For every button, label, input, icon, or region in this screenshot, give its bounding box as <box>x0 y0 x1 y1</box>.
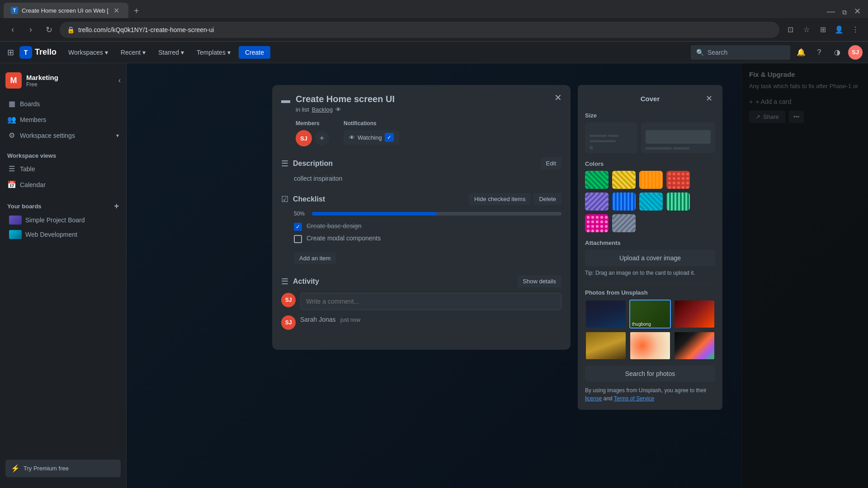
unsplash-photo-5[interactable] <box>674 331 715 360</box>
sidebar-item-settings[interactable]: ⚙ Workspace settings ▾ <box>0 127 126 143</box>
checkbox-1[interactable] <box>294 235 302 243</box>
color-swatch-lime[interactable] <box>666 192 690 211</box>
unsplash-photo-4[interactable] <box>629 331 671 360</box>
upload-cover-button[interactable]: Upload a cover image <box>585 250 715 266</box>
card-list-link[interactable]: Backlog <box>312 106 333 113</box>
checklist-item-0: ✓ Create base design <box>294 221 561 233</box>
progress-bar-fill <box>312 212 437 216</box>
checkbox-0[interactable]: ✓ <box>294 223 302 231</box>
bookmark-icon[interactable]: ☆ <box>799 23 814 37</box>
nav-recent[interactable]: Recent ▾ <box>116 46 150 59</box>
add-board-icon[interactable]: + <box>114 202 119 211</box>
more-button[interactable]: ⋮ <box>848 23 863 37</box>
nav-starred[interactable]: Starred ▾ <box>154 46 189 59</box>
forward-button[interactable]: › <box>24 23 38 37</box>
card-close-button[interactable]: ✕ <box>551 90 565 105</box>
new-tab-button[interactable]: + <box>130 5 143 17</box>
size-option-large[interactable] <box>641 122 715 153</box>
sidebar-item-members[interactable]: 👥 Members + <box>0 112 126 127</box>
sidebar-item-boards[interactable]: ▦ Boards <box>0 96 126 112</box>
workspace-avatar: M <box>5 72 22 89</box>
color-swatch-pink[interactable] <box>585 214 609 232</box>
create-button[interactable]: Create <box>239 46 270 59</box>
members-icon: 👥 <box>7 115 16 124</box>
calendar-icon: 📅 <box>7 180 16 189</box>
color-swatch-yellow[interactable] <box>612 171 636 189</box>
nav-templates[interactable]: Templates ▾ <box>192 46 235 59</box>
unsplash-label: Photos from Unsplash <box>585 289 715 296</box>
user-avatar[interactable]: SJ <box>848 45 863 60</box>
theme-icon[interactable]: ◑ <box>830 45 844 60</box>
unsplash-photo-0[interactable] <box>585 300 627 328</box>
unsplash-photo-2[interactable] <box>674 300 715 328</box>
watch-button[interactable]: 👁 Watching ✓ <box>344 130 399 145</box>
board-thumb-simple <box>9 216 22 225</box>
window-minimize[interactable]: — <box>823 7 839 16</box>
members-row: SJ + <box>296 130 329 146</box>
profile-button[interactable]: 👤 <box>832 23 846 37</box>
trello-logo-text: Trello <box>35 47 57 57</box>
cast-icon[interactable]: ⊡ <box>783 23 797 37</box>
color-swatch-red[interactable] <box>666 171 690 189</box>
show-details-button[interactable]: Show details <box>517 275 561 287</box>
board-item-simple[interactable]: Simple Project Board <box>2 213 124 227</box>
add-item-button[interactable]: Add an item <box>294 252 336 264</box>
color-swatch-teal[interactable] <box>639 192 663 211</box>
description-section: ☰ Description Edit collect inspiraiton <box>281 157 561 182</box>
tab-close-button[interactable]: ✕ <box>112 6 121 15</box>
size-option-small[interactable] <box>585 122 637 153</box>
activity-icon: ☰ <box>281 277 288 286</box>
active-tab[interactable]: T Create Home screen UI on Web [ ✕ <box>4 3 128 18</box>
member-avatar-sj[interactable]: SJ <box>296 130 312 146</box>
watch-check-icon: ✓ <box>385 133 394 142</box>
tab-bar: T Create Home screen UI on Web [ ✕ + — ⧉… <box>0 0 868 18</box>
comment-input[interactable] <box>300 293 561 310</box>
item-text-0: Create base design <box>307 222 361 230</box>
board-area: ▬ Create Home screen UI in list Backlog … <box>127 63 868 488</box>
color-swatch-green[interactable] <box>585 171 609 189</box>
sidebar-item-table[interactable]: ☰ Table <box>0 161 126 177</box>
activity-item-0: SJ Sarah Jonas just now <box>281 315 561 330</box>
edit-description-button[interactable]: Edit <box>541 157 561 169</box>
try-premium-button[interactable]: ⚡ Try Premium free <box>5 460 121 477</box>
refresh-button[interactable]: ↻ <box>42 23 56 37</box>
sidebar-collapse-icon[interactable]: ‹ <box>118 76 121 84</box>
color-swatch-gray[interactable] <box>612 214 636 232</box>
delete-checklist-button[interactable]: Delete <box>533 193 561 205</box>
unsplash-license-link[interactable]: license <box>585 395 602 402</box>
search-photos-button[interactable]: Search for photos <box>585 366 715 382</box>
search-bar[interactable]: 🔍 Search <box>691 45 790 60</box>
back-button[interactable]: ‹ <box>5 23 20 37</box>
color-grid <box>585 171 715 232</box>
modal-overlay: ▬ Create Home screen UI in list Backlog … <box>127 63 868 488</box>
workspace-header[interactable]: M Marketing Free ‹ <box>0 69 126 92</box>
notification-bell-icon[interactable]: 🔔 <box>794 45 808 60</box>
workspace-views-header: Workspace views <box>0 147 126 161</box>
cover-divider <box>585 283 715 284</box>
size-options <box>585 122 715 153</box>
url-text: trello.com/c/kQq0k1NY/1-create-home-scre… <box>78 26 214 33</box>
cover-close-button[interactable]: ✕ <box>703 92 715 105</box>
add-member-button[interactable]: + <box>315 131 329 145</box>
window-close[interactable]: ✕ <box>850 6 864 16</box>
attachments-label: Attachments <box>585 239 715 246</box>
sidebar-item-calendar[interactable]: 📅 Calendar <box>0 177 126 192</box>
trello-logo[interactable]: T Trello <box>19 46 57 59</box>
board-item-webdev[interactable]: Web Development <box>2 227 124 242</box>
help-icon[interactable]: ? <box>812 45 826 60</box>
grid-icon[interactable]: ⊞ <box>5 46 16 59</box>
color-swatch-blue[interactable] <box>612 192 636 211</box>
unsplash-photo-3[interactable] <box>585 331 627 360</box>
window-restore[interactable]: ⧉ <box>839 9 850 16</box>
unsplash-photo-1[interactable]: thugbong <box>629 300 671 328</box>
hide-checked-button[interactable]: Hide checked items <box>469 193 531 205</box>
comment-avatar: SJ <box>281 293 296 307</box>
color-swatch-purple[interactable] <box>585 192 609 211</box>
url-bar[interactable]: 🔒 trello.com/c/kQq0k1NY/1-create-home-sc… <box>60 22 779 38</box>
nav-workspaces[interactable]: Workspaces ▾ <box>64 46 113 59</box>
card-modal: ▬ Create Home screen UI in list Backlog … <box>272 85 571 350</box>
extensions-icon[interactable]: ⊞ <box>816 23 830 37</box>
color-swatch-orange[interactable] <box>639 171 663 189</box>
activity-time: just now <box>340 317 360 323</box>
unsplash-terms-link[interactable]: Terms of Service <box>614 395 654 402</box>
